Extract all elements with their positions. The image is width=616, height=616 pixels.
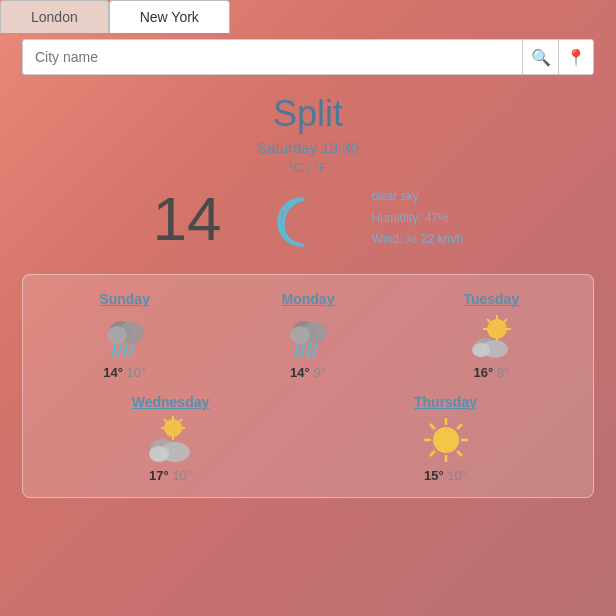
svg-line-12: [307, 345, 310, 357]
fahrenheit-unit[interactable]: °F: [314, 160, 327, 175]
svg-line-6: [130, 345, 133, 357]
search-input[interactable]: [22, 39, 522, 75]
svg-line-3: [112, 345, 115, 357]
svg-line-30: [179, 419, 182, 422]
tab-bar: London New York: [0, 0, 616, 33]
date-time: Saturday 18:30: [0, 139, 616, 156]
svg-line-40: [457, 424, 462, 429]
monday-icon: [243, 313, 373, 359]
sunday-icon: [60, 313, 190, 359]
svg-line-29: [164, 419, 167, 422]
svg-line-10: [295, 345, 298, 357]
svg-point-34: [433, 427, 459, 453]
forecast-monday: Monday 14° 9°: [243, 291, 373, 380]
svg-point-2: [107, 326, 127, 344]
sunday-label: Sunday: [60, 291, 190, 307]
tuesday-label: Tuesday: [426, 291, 556, 307]
thursday-icon: [381, 416, 511, 462]
current-weather-row: 14 clear sky Humidity: 47% Wind: 🌬 22 km…: [0, 183, 616, 254]
svg-line-39: [430, 424, 435, 429]
svg-line-20: [504, 319, 508, 323]
humidity-label: Humidity: 47%: [371, 208, 463, 230]
svg-line-13: [313, 345, 316, 357]
current-temperature: 14: [153, 183, 222, 254]
forecast-wednesday: Wednesday 17° 1: [106, 394, 236, 483]
location-button[interactable]: 📍: [558, 39, 594, 75]
svg-line-11: [301, 345, 304, 357]
tab-london[interactable]: London: [0, 0, 109, 33]
svg-point-33: [149, 446, 169, 462]
forecast-row-2: Wednesday 17° 1: [33, 394, 583, 483]
svg-line-4: [118, 345, 121, 357]
unit-separator: |: [307, 160, 310, 175]
monday-temps: 14° 9°: [243, 365, 373, 380]
forecast-tuesday: Tuesday 16°: [426, 291, 556, 380]
unit-toggle: °C | °F: [0, 160, 616, 175]
condition-label: clear sky: [371, 186, 463, 208]
thursday-label: Thursday: [381, 394, 511, 410]
celsius-unit[interactable]: °C: [289, 160, 304, 175]
wednesday-temps: 17° 10°: [106, 468, 236, 483]
thursday-temps: 15° 10°: [381, 468, 511, 483]
svg-line-41: [430, 451, 435, 456]
tab-newyork[interactable]: New York: [109, 0, 230, 33]
forecast-thursday: Thursday 15° 10°: [381, 394, 511, 483]
wednesday-icon: [106, 416, 236, 462]
svg-line-19: [487, 319, 491, 323]
svg-line-42: [457, 451, 462, 456]
forecast-box: Sunday 14° 10° Monday: [22, 274, 594, 498]
svg-point-23: [472, 343, 490, 357]
monday-label: Monday: [243, 291, 373, 307]
wind-label: Wind: 🌬 22 km/h: [371, 229, 463, 251]
city-name: Split: [0, 93, 616, 135]
wednesday-label: Wednesday: [106, 394, 236, 410]
sunday-temps: 14° 10°: [60, 365, 190, 380]
search-button[interactable]: 🔍: [522, 39, 558, 75]
moon-icon: [261, 184, 331, 254]
forecast-row-1: Sunday 14° 10° Monday: [33, 291, 583, 380]
tuesday-icon: [426, 313, 556, 359]
forecast-sunday: Sunday 14° 10°: [60, 291, 190, 380]
svg-point-9: [290, 326, 310, 344]
tuesday-temps: 16° 8°: [426, 365, 556, 380]
weather-details: clear sky Humidity: 47% Wind: 🌬 22 km/h: [371, 186, 463, 251]
svg-line-5: [124, 345, 127, 357]
search-bar: 🔍 📍: [22, 39, 594, 75]
